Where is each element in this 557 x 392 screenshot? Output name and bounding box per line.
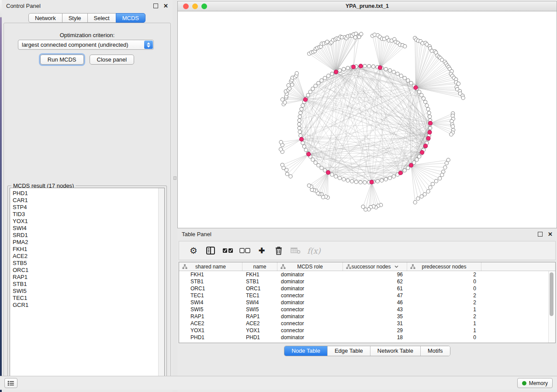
mcds-result-item[interactable]: TEC1: [10, 295, 158, 302]
close-panel-button[interactable]: Close panel: [90, 55, 135, 65]
add-column-button[interactable]: ✚: [254, 244, 269, 258]
column-header-predecessor-nodes[interactable]: predecessor nodes: [407, 262, 481, 271]
mcds-result-item[interactable]: STB1: [10, 281, 158, 288]
deselect-all-columns-button[interactable]: [237, 244, 252, 258]
table-cell: dominator: [277, 285, 343, 292]
network-graph[interactable]: [178, 11, 557, 228]
memory-button[interactable]: Memory: [517, 378, 553, 388]
mcds-result-item[interactable]: STP4: [10, 204, 158, 211]
mcds-result-groupbox: MCDS result (17 nodes) PHD1CAR1STP4TID3Y…: [7, 186, 167, 382]
table-cell: PHD1: [242, 334, 277, 340]
mcds-result-item[interactable]: STB5: [10, 260, 158, 267]
table-cell: TEC1: [179, 292, 242, 299]
mcds-result-item[interactable]: RAP1: [10, 274, 158, 281]
scrollbar-thumb[interactable]: [550, 272, 554, 316]
mcds-result-item[interactable]: ORC1: [10, 267, 158, 274]
table-row[interactable]: TEC1TEC1connector472: [179, 292, 549, 299]
mcds-result-item[interactable]: YOX1: [10, 218, 158, 225]
plus-icon: ✚: [259, 247, 265, 254]
close-panel-icon[interactable]: ✕: [163, 3, 168, 9]
table-cell: 1: [407, 320, 481, 327]
float-panel-icon[interactable]: [538, 232, 543, 237]
network-canvas[interactable]: [177, 11, 557, 228]
splitter-handle-icon[interactable]: [173, 176, 176, 180]
mcds-result-item[interactable]: CAR1: [10, 197, 158, 204]
mcds-result-item[interactable]: PMA2: [10, 239, 158, 246]
column-header-label: predecessor nodes: [422, 264, 466, 270]
column-header-shared-name[interactable]: shared name: [179, 262, 242, 271]
table-cell: dominator: [277, 279, 343, 285]
table-row[interactable]: YOX1YOX1connector291: [179, 327, 549, 334]
result-list-scrollbar[interactable]: [158, 188, 164, 380]
table-row[interactable]: FKH1FKH1dominator962: [179, 271, 549, 278]
column-header-filler: [481, 262, 555, 271]
column-header-label: name: [253, 264, 266, 270]
table-cell: dominator: [277, 272, 343, 278]
table-cell: ORC1: [179, 285, 242, 292]
table-cell: PHD1: [179, 334, 242, 340]
mcds-result-item[interactable]: FKH1: [10, 246, 158, 253]
table-cell: STB1: [242, 279, 277, 285]
table-row[interactable]: ORC1ORC1dominator610: [179, 285, 549, 292]
tab-style[interactable]: Style: [62, 13, 88, 23]
panel-splitter[interactable]: [173, 0, 177, 392]
column-header-mcds-role[interactable]: MCDS role: [277, 262, 343, 271]
table-cell: RAP1: [242, 313, 277, 320]
table-row[interactable]: SWI5SWI5connector431: [179, 306, 549, 313]
table-row[interactable]: RAP1RAP1dominator352: [179, 313, 549, 320]
table-cell: 31: [343, 320, 407, 327]
select-all-columns-button[interactable]: [220, 244, 235, 258]
control-panel: Control Panel ✕ NetworkStyleSelectMCDS O…: [2, 0, 173, 392]
mcds-result-item[interactable]: SWI4: [10, 225, 158, 232]
mcds-result-item[interactable]: TID3: [10, 211, 158, 218]
mcds-panel-body: Optimization criterion: largest connecte…: [3, 23, 171, 386]
float-panel-icon[interactable]: [153, 3, 158, 8]
node-table: shared namenameMCDS rolesuccessor nodesp…: [179, 262, 556, 343]
table-toolbar: ⚙: [179, 241, 556, 260]
mcds-result-item[interactable]: SRD1: [10, 232, 158, 239]
tab-network-table[interactable]: Network Table: [370, 346, 420, 356]
table-cell: 0: [407, 334, 481, 340]
table-cell: 0: [407, 279, 481, 285]
column-header-label: successor nodes: [351, 264, 391, 270]
table-cell: SWI4: [242, 299, 277, 306]
mcds-result-item[interactable]: PHD1: [10, 190, 158, 197]
mcds-result-list: PHD1CAR1STP4TID3YOX1SWI4SRD1PMA2FKH1ACE2…: [10, 188, 165, 380]
table-cell: 2: [407, 313, 481, 320]
tab-motifs[interactable]: Motifs: [420, 346, 450, 356]
column-namespace-icon: [280, 264, 286, 269]
tab-select[interactable]: Select: [87, 13, 116, 23]
optimization-criterion-label: Optimization criterion:: [4, 32, 170, 38]
table-cell: TEC1: [242, 292, 277, 299]
column-header-name[interactable]: name: [242, 262, 277, 271]
table-settings-button[interactable]: ⚙: [186, 244, 201, 258]
table-tabs-bar: Node TableEdge TableNetwork TableMotifs: [177, 346, 557, 356]
mcds-result-item[interactable]: SWI5: [10, 288, 158, 295]
table-cell: 61: [343, 285, 407, 292]
task-history-button[interactable]: [4, 378, 17, 388]
tab-mcds[interactable]: MCDS: [116, 13, 145, 23]
column-header-label: MCDS role: [297, 264, 323, 270]
tab-network[interactable]: Network: [28, 13, 62, 23]
table-scrollbar[interactable]: [548, 271, 555, 343]
delete-column-button[interactable]: [271, 244, 286, 258]
table-row[interactable]: SWI4SWI4dominator462: [179, 299, 549, 306]
delete-table-button-disabled: [288, 244, 303, 258]
tab-node-table[interactable]: Node Table: [284, 346, 327, 356]
run-mcds-button[interactable]: Run MCDS: [40, 55, 84, 65]
criterion-select[interactable]: largest connected component (undirected): [18, 40, 154, 50]
mcds-result-item[interactable]: GCR1: [10, 302, 158, 309]
table-row[interactable]: PHD1PHD1dominator180: [179, 334, 549, 341]
table-cell: connector: [277, 327, 343, 334]
tab-edge-table[interactable]: Edge Table: [327, 346, 370, 356]
column-browser-button[interactable]: [203, 244, 218, 258]
mcds-result-item[interactable]: ACE2: [10, 253, 158, 260]
close-panel-icon[interactable]: ✕: [548, 231, 553, 237]
delete-table-icon: [291, 247, 301, 254]
column-namespace-icon: [346, 264, 351, 269]
column-header-successor-nodes[interactable]: successor nodes: [343, 262, 407, 271]
table-row[interactable]: ACE2ACE2connector311: [179, 320, 549, 327]
table-row[interactable]: STB1STB1dominator620: [179, 278, 549, 285]
table-cell: FKH1: [179, 272, 242, 278]
table-cell: 2: [407, 292, 481, 299]
